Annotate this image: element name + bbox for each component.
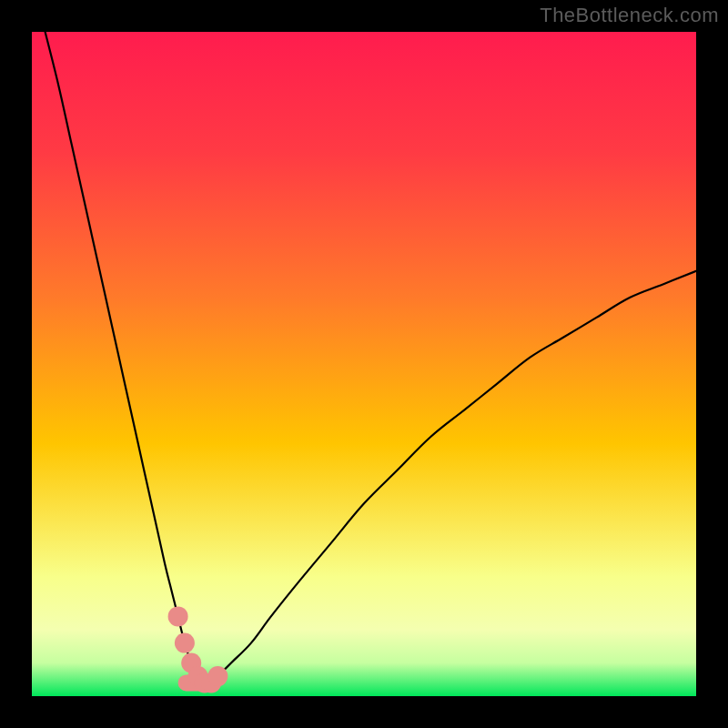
chart-frame: TheBottleneck.com xyxy=(0,0,728,728)
sweet-spot-dot xyxy=(207,666,228,686)
gradient-background xyxy=(32,32,696,696)
sweet-spot-dot xyxy=(168,606,188,626)
bottleneck-chart-svg xyxy=(32,32,696,696)
sweet-spot-dot xyxy=(175,633,195,653)
plot-area xyxy=(32,32,696,696)
watermark-text: TheBottleneck.com xyxy=(540,4,719,27)
